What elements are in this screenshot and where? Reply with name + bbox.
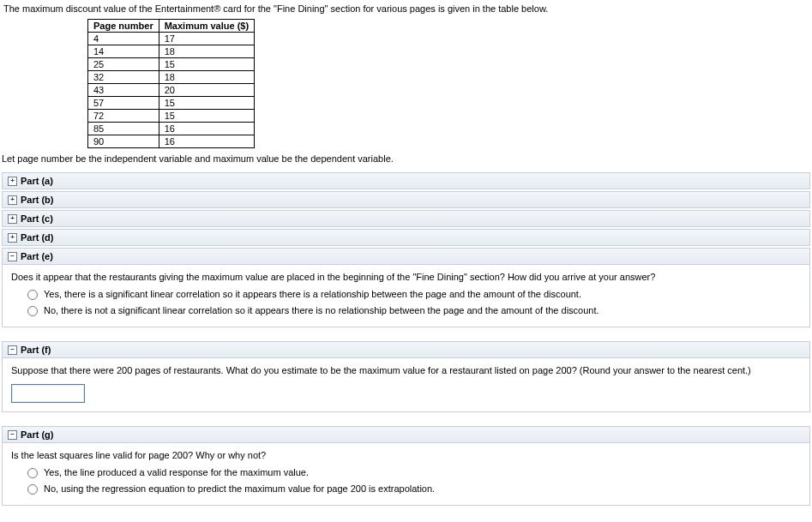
part-f-body: Suppose that there were 200 pages of res… (2, 358, 810, 412)
part-e-question: Does it appear that the restaurants givi… (11, 272, 801, 282)
part-f-question: Suppose that there were 200 pages of res… (11, 365, 801, 375)
part-g-option-yes-text: Yes, the line produced a valid response … (44, 467, 309, 477)
part-e-header[interactable]: − Part (e) (2, 248, 810, 265)
variables-note: Let page number be the independent varia… (2, 152, 810, 171)
part-g-option-yes-radio[interactable] (27, 468, 38, 478)
col-header-page: Page number (88, 20, 159, 33)
table-row: 5715 (88, 97, 255, 110)
part-e-option-yes-text: Yes, there is a significant linear corre… (44, 289, 581, 299)
table-row: 4320 (88, 84, 255, 97)
collapse-icon: − (8, 345, 17, 355)
part-g-label: Part (g) (21, 429, 54, 440)
part-f-answer-input[interactable] (11, 384, 85, 403)
part-b-header[interactable]: + Part (b) (2, 191, 810, 208)
collapse-icon: − (8, 430, 17, 440)
table-row: 3218 (88, 71, 255, 84)
part-e-option-no-text: No, there is not a significant linear co… (44, 305, 599, 315)
expand-icon: + (8, 177, 17, 186)
part-g-option-no-radio[interactable] (27, 484, 38, 495)
intro-text: The maximum discount value of the Entert… (2, 2, 810, 19)
expand-icon: + (8, 233, 17, 243)
part-c-header[interactable]: + Part (c) (2, 210, 810, 227)
part-e-label: Part (e) (21, 251, 53, 261)
part-g-question: Is the least squares line valid for page… (11, 450, 801, 460)
part-c-label: Part (c) (21, 213, 53, 224)
part-d-header[interactable]: + Part (d) (2, 229, 810, 246)
table-row: 2515 (88, 58, 255, 71)
expand-icon: + (8, 195, 17, 205)
table-row: 9016 (88, 135, 255, 148)
part-d-label: Part (d) (21, 232, 54, 243)
part-g-body: Is the least squares line valid for page… (2, 443, 810, 506)
part-e-option-yes-radio[interactable] (27, 290, 38, 300)
part-e-body: Does it appear that the restaurants givi… (2, 265, 810, 327)
part-f-header[interactable]: − Part (f) (2, 341, 810, 358)
part-f-label: Part (f) (21, 345, 51, 355)
part-a-label: Part (a) (21, 176, 53, 186)
table-row: 417 (88, 33, 255, 45)
table-row: 8516 (88, 123, 255, 135)
part-e-option-no-radio[interactable] (27, 306, 38, 316)
table-row: 1418 (88, 45, 255, 58)
part-a-header[interactable]: + Part (a) (2, 172, 810, 189)
expand-icon: + (8, 214, 17, 224)
collapse-icon: − (8, 252, 17, 261)
data-table: Page number Maximum value ($) 417 1418 2… (87, 19, 255, 148)
part-g-header[interactable]: − Part (g) (2, 426, 810, 443)
part-b-label: Part (b) (21, 195, 54, 205)
col-header-value: Maximum value ($) (159, 20, 254, 33)
part-g-option-no-text: No, using the regression equation to pre… (44, 483, 435, 494)
table-row: 7215 (88, 110, 255, 123)
